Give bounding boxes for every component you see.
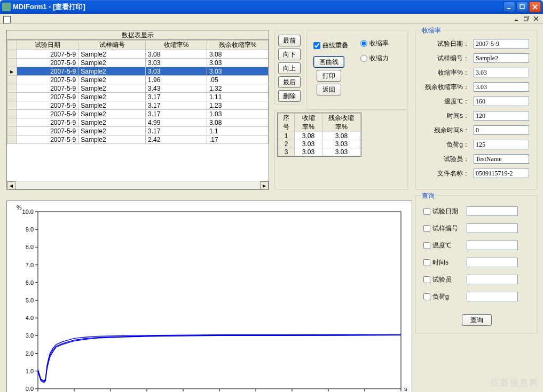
window-maximize-button[interactable] (516, 2, 528, 12)
overlap-label: 曲线重叠 (322, 42, 348, 49)
table-row[interactable]: 2007-5-9Sample23.171.03 (7, 110, 269, 118)
detail-label: 残余收缩率%： (420, 83, 469, 92)
svg-rect-5 (38, 212, 401, 389)
window-close-button[interactable] (529, 2, 541, 12)
row-header[interactable] (7, 76, 17, 84)
svg-text:5.0: 5.0 (26, 297, 34, 303)
query-checkbox-2[interactable] (423, 242, 430, 249)
toolbar-tool-icon[interactable] (3, 16, 11, 23)
last-button[interactable]: 最后 (278, 76, 301, 88)
first-button[interactable]: 最前 (278, 35, 301, 46)
query-input-2[interactable] (467, 241, 518, 250)
scroll-left-icon[interactable]: ◂ (7, 181, 15, 190)
detail-input-rate[interactable] (474, 68, 529, 77)
query-button[interactable]: 查询 (462, 314, 492, 326)
app-icon (2, 3, 11, 11)
detail-input-sample[interactable] (474, 53, 529, 63)
detail-input-tester[interactable] (474, 154, 529, 164)
query-checkbox-5[interactable] (423, 293, 430, 300)
detail-row-temp: 温度℃： (420, 97, 533, 106)
column-header[interactable]: 试验日期 (17, 41, 78, 50)
detail-label: 试样编号： (420, 54, 469, 63)
column-header[interactable]: 试样编号 (78, 41, 146, 50)
detail-row-file: 文件名称： (420, 169, 533, 178)
down-button[interactable]: 向下 (278, 49, 301, 60)
rate-radio[interactable] (360, 40, 367, 47)
overlap-checkbox[interactable] (313, 42, 320, 49)
row-header[interactable] (7, 50, 17, 59)
row-header[interactable]: ▸ (7, 67, 17, 76)
query-title: 查询 (420, 191, 436, 201)
query-input-1[interactable] (467, 223, 518, 233)
detail-input-load[interactable] (474, 140, 529, 149)
query-row-4: 试验员 (423, 275, 533, 284)
curve-option-group: 曲线重叠 收缩率 收缩力 画曲线 打印 返回 (306, 30, 408, 110)
table-row[interactable]: 2007-5-9Sample23.171.23 (7, 101, 269, 110)
table-row[interactable]: 2007-5-9Sample23.083.08 (7, 50, 269, 59)
table-row[interactable]: 2007-5-9Sample23.171.1 (7, 127, 269, 135)
up-button[interactable]: 向上 (278, 62, 301, 74)
window-minimize-button[interactable] (503, 2, 515, 12)
force-radio[interactable] (360, 55, 367, 62)
scroll-right-icon[interactable]: ▸ (260, 181, 269, 190)
row-header[interactable] (7, 135, 17, 144)
row-header[interactable] (7, 127, 17, 135)
table-row[interactable]: 2007-5-9Sample21.96.05 (7, 76, 269, 84)
horizontal-scrollbar[interactable]: ◂ ▸ (7, 181, 269, 189)
row-header[interactable] (7, 84, 17, 93)
row-header[interactable] (7, 59, 17, 67)
row-header[interactable] (7, 110, 17, 118)
query-checkbox-4[interactable] (423, 276, 430, 283)
back-button[interactable]: 返回 (317, 84, 341, 95)
detail-input-file[interactable] (474, 169, 529, 178)
svg-text:9.0: 9.0 (26, 226, 34, 233)
query-row-2: 温度℃ (423, 241, 533, 250)
watermark: 仪器信息网 (491, 378, 539, 389)
detail-input-temp[interactable] (474, 97, 529, 106)
detail-input-time[interactable] (474, 111, 529, 121)
row-header[interactable] (7, 118, 17, 127)
query-input-4[interactable] (467, 275, 518, 284)
radio-rate-row: 收缩率 (360, 39, 389, 48)
draw-curve-button[interactable]: 画曲线 (313, 56, 344, 68)
mini-table-row[interactable]: 33.033.03 (278, 148, 361, 156)
data-table-caption: 数据表显示 (7, 30, 269, 40)
detail-row-residtime: 残余时间s： (420, 125, 533, 135)
mini-table: 序号收缩率%残余收缩率%13.083.0823.033.0333.033.03 (277, 113, 361, 157)
table-row[interactable]: ▸2007-5-9Sample23.033.03 (7, 67, 269, 76)
detail-label: 温度℃： (420, 97, 469, 106)
column-header[interactable]: 收缩率% (146, 41, 207, 50)
query-row-0: 试验日期 (423, 206, 533, 216)
print-button[interactable]: 打印 (317, 70, 341, 82)
table-row[interactable]: 2007-5-9Sample22.42.17 (7, 135, 269, 144)
delete-button[interactable]: 删除 (278, 90, 301, 102)
svg-text:s: s (404, 386, 407, 392)
row-header[interactable] (7, 101, 17, 110)
detail-input-residtime[interactable] (474, 125, 529, 135)
column-header[interactable]: 残余收缩率% (207, 41, 269, 50)
row-header[interactable] (7, 93, 17, 101)
query-checkbox-0[interactable] (423, 208, 430, 215)
query-input-5[interactable] (467, 292, 518, 301)
mini-table-row[interactable]: 23.033.03 (278, 140, 361, 148)
mini-column-header: 残余收缩率% (322, 114, 360, 132)
detail-row-resid: 残余收缩率%： (420, 82, 533, 92)
detail-row-sample: 试样编号： (420, 53, 533, 63)
mini-table-row[interactable]: 13.083.08 (278, 132, 361, 140)
mini-table-group: 序号收缩率%残余收缩率%13.083.0823.033.0333.033.03 (274, 110, 408, 190)
detail-input-date[interactable] (474, 39, 529, 49)
table-row[interactable]: 2007-5-9Sample23.431.32 (7, 84, 269, 93)
query-input-0[interactable] (467, 206, 518, 216)
query-checkbox-3[interactable] (423, 259, 430, 266)
query-checkbox-1[interactable] (423, 225, 430, 232)
detail-input-resid[interactable] (474, 82, 529, 92)
query-input-3[interactable] (467, 258, 518, 267)
overlap-row: 曲线重叠 (313, 41, 348, 50)
svg-text:2.0: 2.0 (26, 350, 34, 357)
query-label: 负荷g (432, 292, 467, 301)
force-radio-label: 收缩力 (369, 54, 389, 62)
table-row[interactable]: 2007-5-9Sample23.033.03 (7, 59, 269, 67)
table-row[interactable]: 2007-5-9Sample23.171.11 (7, 93, 269, 101)
table-row[interactable]: 2007-5-9Sample24.993.08 (7, 118, 269, 127)
chart-area: 0.01.02.03.04.05.06.07.08.09.010.00.012.… (6, 201, 412, 392)
